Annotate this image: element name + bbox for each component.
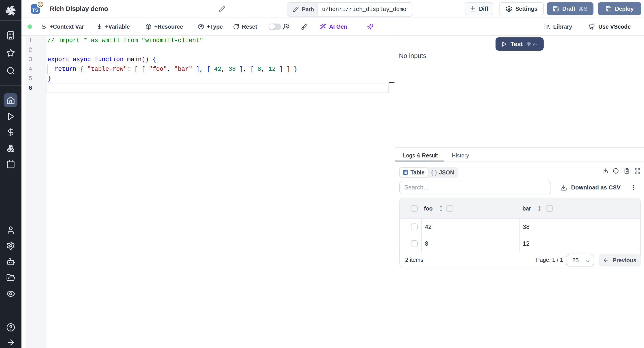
svg-text:TS: TS <box>32 8 38 13</box>
